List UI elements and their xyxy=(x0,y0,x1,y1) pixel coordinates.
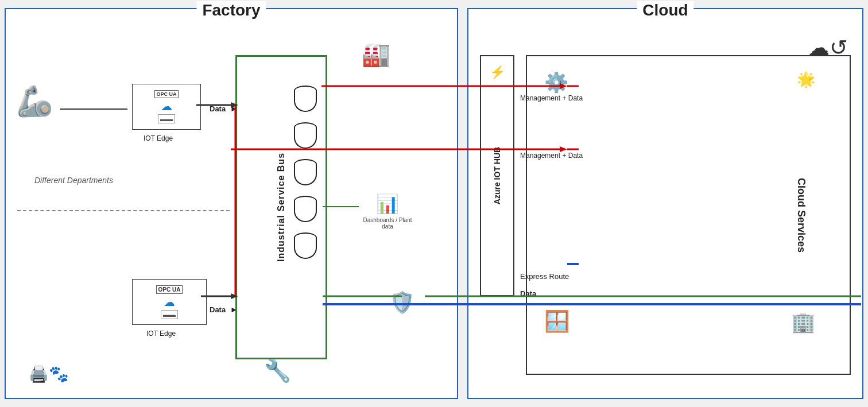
service-bus-box: Industrial Service Bus xyxy=(235,55,327,359)
gear-icon: ⚙️ xyxy=(544,71,568,94)
planet-icon: 🌟 xyxy=(797,71,815,88)
service-bus-label: Industrial Service Bus xyxy=(276,153,286,262)
robot-arm-icon: 🦾 xyxy=(16,84,53,119)
cloud-services-label: Cloud Services xyxy=(795,177,807,252)
different-departments-label: Different Departments xyxy=(34,176,113,185)
windows-icon: 🪟 xyxy=(544,309,570,334)
iot-edge-top-label: IOT Edge xyxy=(144,134,173,142)
cloud-title: Cloud xyxy=(637,1,693,20)
db-5 xyxy=(294,232,317,261)
mgmt-data-bottom-label: Management + Data xyxy=(520,152,583,160)
cloud-services-box: ⚙️ 🌟 🪟 🏢 Cloud Services xyxy=(526,55,851,375)
cloud-connect-icon-bottom: ☁ xyxy=(164,295,175,309)
factory-building-icon: 🏭 xyxy=(362,41,390,68)
azure-iot-hub-label: Azure IOT HUB xyxy=(493,147,502,204)
db-3 xyxy=(294,159,317,188)
opc-badge-top: OPC UA xyxy=(154,90,178,98)
iot-edge-top-content: OPC UA ☁ ▬▬ xyxy=(133,84,200,129)
azure-storage-icon: 🏢 xyxy=(791,311,815,334)
device-icon-bottom: ▬▬ xyxy=(161,310,178,319)
dashboard-label: Dashboards / Plant data xyxy=(362,217,413,230)
iot-edge-bottom-box: OPC UA ☁ ▬▬ xyxy=(132,279,207,325)
factory-section: Factory Different Departments 🏭 🦾 OPC UA… xyxy=(5,8,458,399)
factory-title: Factory xyxy=(196,1,266,20)
iot-edge-bottom-content: OPC UA ☁ ▬▬ xyxy=(133,280,206,324)
dashboard-container: 📊 Dashboards / Plant data xyxy=(362,193,413,230)
cloud-connect-icon-top: ☁ xyxy=(161,99,172,113)
data-label-bottom: Data ► xyxy=(210,305,238,314)
express-route-label: Express Route xyxy=(520,272,569,281)
data-label-top: Data ► xyxy=(210,104,238,113)
iot-edge-top-box: OPC UA ☁ ▬▬ xyxy=(132,84,201,130)
db-cylinders xyxy=(294,86,317,261)
cloud-data-label: Data xyxy=(520,289,536,298)
cloud-section: Cloud ☁↺ ⚡ Azure IOT HUB ⚙️ 🌟 🪟 🏢 Cloud … xyxy=(467,8,863,399)
machine-bottom-center-icon: 🔧 xyxy=(264,358,291,383)
db-2 xyxy=(294,122,317,151)
azure-iot-hub-box: ⚡ Azure IOT HUB xyxy=(480,55,514,296)
security-shield-icon: 🛡️ xyxy=(389,290,415,315)
mgmt-data-top-label: Management + Data xyxy=(520,94,583,102)
azure-iot-icon: ⚡ xyxy=(490,65,505,80)
department-divider xyxy=(17,210,230,211)
iot-edge-bottom-label: IOT Edge xyxy=(146,330,176,338)
dashboard-icon: 📊 xyxy=(362,193,413,215)
device-icon-top: ▬▬ xyxy=(158,114,175,123)
machine-bottom-left-icon: 🖨️🐾 xyxy=(29,365,69,383)
db-1 xyxy=(294,86,317,114)
db-4 xyxy=(294,196,317,224)
opc-badge-bottom: OPC UA xyxy=(156,285,183,294)
